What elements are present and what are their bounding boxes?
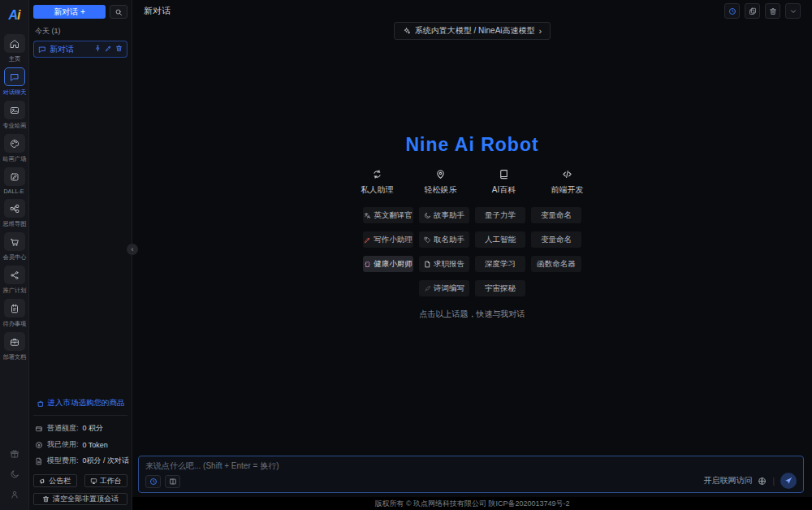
welcome-hero: Nine Ai Robot 私人助理轻松娱乐AI百科前端开发 英文翻译官故事助手… (132, 40, 812, 456)
share-icon (10, 270, 19, 280)
moon-icon (10, 469, 19, 479)
clear-conversations-button[interactable]: 清空全部非置顶会话 (33, 493, 127, 505)
tool-button-0[interactable]: 公告栏 (33, 474, 77, 487)
rail-item-9[interactable]: 部署文档 (1, 332, 28, 361)
mindmap-icon (10, 204, 19, 214)
rail-item-label: 对话聊天 (2, 89, 26, 97)
suggestion-label: 取名助手 (434, 235, 464, 245)
suggestion-chip[interactable]: 人工智能 (475, 231, 525, 248)
suggestion-chip[interactable]: 写作小助理 (363, 231, 413, 248)
sidebar-collapse-handle[interactable]: ‹ (127, 244, 138, 255)
suggestion-label: 英文翻译官 (374, 210, 412, 221)
category-2[interactable]: AI百科 (486, 169, 523, 196)
palette-icon (10, 139, 19, 149)
pencil-icon[interactable] (105, 45, 112, 54)
rail-item-label: DALL-E (4, 188, 24, 194)
stat-value: 0 Token (83, 441, 108, 449)
stat-label: 普通额度: (47, 423, 79, 434)
stat-row-0: 普通额度:0 积分 (35, 423, 126, 434)
suggestion-chip[interactable]: 变量命名 (531, 207, 581, 223)
market-link-label: 进入市场选购您的商品 (48, 398, 125, 408)
user-icon[interactable] (10, 490, 19, 502)
pushpin-icon (94, 45, 102, 52)
suggestion-chip[interactable]: 宇宙探秘 (475, 280, 525, 296)
suggestion-chip[interactable]: 量子力学 (475, 207, 525, 223)
topbar-action-copy-icon[interactable] (745, 3, 760, 19)
rail-item-7[interactable]: 推广计划 (1, 266, 28, 295)
send-icon (784, 477, 793, 485)
topbar-action-trash-icon[interactable] (765, 3, 780, 19)
suggestion-chip[interactable]: 深度学习 (475, 256, 525, 272)
trash-icon (769, 7, 777, 15)
rail-item-5[interactable]: 思维导图 (1, 199, 28, 228)
rail-item-4[interactable]: DALL-E (1, 167, 28, 195)
message-input[interactable] (145, 460, 797, 475)
pencil-icon (364, 236, 371, 244)
suggestion-chip[interactable]: 诗词编写 (419, 280, 469, 296)
chevron-down-icon (789, 7, 797, 15)
copyright-footer: 版权所有 © 玖点网络科技有限公司 陕ICP备2020013749号-2 (132, 497, 812, 510)
rail-item-label: 会员中心 (2, 253, 26, 261)
suggestion-chip[interactable]: 函数命名器 (531, 256, 581, 272)
topbar-action-chevron-down-icon[interactable] (785, 3, 801, 19)
category-1[interactable]: 轻松娱乐 (422, 169, 460, 196)
category-label: AI百科 (492, 184, 516, 196)
chef-icon (364, 261, 371, 268)
composer-button-history-icon[interactable] (145, 475, 161, 488)
code-icon (562, 169, 572, 179)
search-button[interactable] (110, 5, 127, 19)
suggestion-chip[interactable]: 故事助手 (419, 207, 469, 223)
new-chat-label: 新对话 + (54, 6, 85, 18)
rail-item-2[interactable]: 专业绘画 (1, 101, 28, 130)
category-3[interactable]: 前端开发 (549, 169, 586, 196)
rail-item-6[interactable]: 会员中心 (1, 232, 28, 261)
logo-letter-i: i (17, 8, 19, 23)
suggestion-chip[interactable]: 英文翻译官 (363, 207, 413, 223)
gift-icon[interactable] (10, 449, 19, 461)
rail-item-label: 主页 (8, 55, 19, 63)
chat-group-label: 今天 (1) (35, 26, 126, 37)
category-label: 前端开发 (551, 184, 584, 196)
usage-stats: 普通额度:0 积分我已使用:0 Token模型费用:0积分 / 次对话 (33, 416, 127, 469)
suggestion-chip[interactable]: 健康小厨师 (363, 256, 413, 272)
suggestion-chip[interactable]: 求职报告 (419, 256, 469, 272)
tool-button-label: 公告栏 (49, 476, 71, 486)
rail-item-3[interactable]: 绘画广场 (1, 134, 28, 163)
suggestion-label: 健康小厨师 (374, 259, 412, 270)
moon-icon (424, 212, 431, 219)
chat-list-item[interactable]: 新对话 (33, 41, 127, 58)
message-composer: 开启联网访问 | (138, 456, 804, 493)
pushpin-icon[interactable] (94, 45, 102, 54)
rail-item-label: 推广计划 (2, 287, 26, 295)
topbar-action-history-icon[interactable] (724, 3, 740, 19)
app-logo[interactable]: A i (8, 0, 19, 26)
todo-icon (10, 304, 19, 313)
monitor-icon (90, 478, 97, 485)
coin-icon (35, 441, 43, 449)
moon-icon[interactable] (10, 469, 19, 482)
market-link[interactable]: 进入市场选购您的商品 (33, 391, 127, 416)
rail-item-8[interactable]: 待办事项 (1, 299, 28, 328)
suggestion-label: 写作小助理 (374, 235, 412, 245)
nav-rail: A i 主页对话聊天专业绘画绘画广场DALL-E思维导图会员中心推广计划待办事项… (0, 0, 29, 510)
copy-icon (749, 7, 757, 15)
tool-button-label: 工作台 (100, 476, 122, 486)
model-selector-banner[interactable]: 系统内置大模型 / NineAi高速模型 › (394, 22, 551, 40)
rail-item-label: 绘画广场 (2, 155, 26, 163)
suggestion-chip[interactable]: 取名助手 (419, 231, 469, 248)
composer-button-columns-icon[interactable] (165, 475, 180, 488)
image-icon (10, 106, 19, 115)
suggestion-chip[interactable]: 变量命名 (531, 231, 581, 248)
location-icon (435, 169, 446, 179)
send-button[interactable] (780, 473, 797, 489)
tool-button-1[interactable]: 工作台 (84, 474, 128, 487)
rail-item-1[interactable]: 对话聊天 (1, 67, 28, 97)
category-0[interactable]: 私人助理 (359, 169, 396, 196)
rail-item-0[interactable]: 主页 (1, 34, 28, 63)
trash-icon[interactable] (115, 45, 123, 54)
model-icon (403, 27, 411, 35)
new-chat-button[interactable]: 新对话 + (33, 5, 106, 19)
network-toggle-label[interactable]: 开启联网访问 (703, 475, 752, 486)
sidebar-spacer (33, 58, 127, 391)
globe-icon[interactable] (758, 477, 767, 486)
